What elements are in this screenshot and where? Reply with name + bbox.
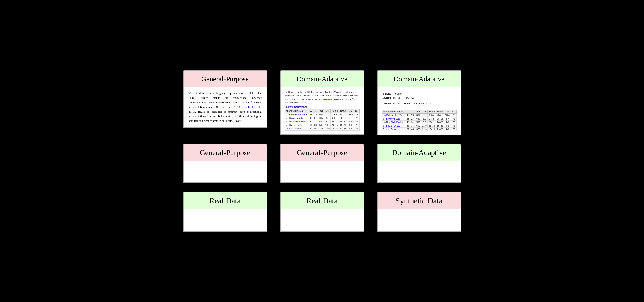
card-body-real-data-1 [183, 209, 267, 232]
road-cell: 15–21 [339, 123, 347, 127]
w-cell: 49 [309, 113, 313, 116]
table-row: x – Boston Celtics 36 36 .500 13.0 21–15… [382, 124, 456, 127]
nba-table-header-row: Atlantic Division ···· W L PCT GB Home R… [285, 109, 359, 113]
card-general-purpose-2: General-Purpose [183, 144, 267, 183]
gb-cell: 13.0 [324, 123, 331, 127]
team-cell: x – Boston Celtics [382, 124, 406, 127]
div-cell: 4–8 [444, 124, 451, 127]
pct-cell: .681 [415, 113, 421, 117]
gb-cell: 0.0 [421, 113, 428, 117]
main-grid: General-Purpose We introduce a new langu… [170, 57, 474, 245]
team-cell: c – Philadelphia 76ers [285, 113, 309, 116]
w-cell: 36 [309, 123, 313, 127]
sql-col-road: Road [436, 110, 444, 113]
road-cell: 20–16 [436, 113, 444, 117]
w-cell: 48 [309, 116, 313, 120]
gb-cell: 8.0 [421, 120, 428, 124]
road-cell: 20–16 [339, 113, 347, 116]
gp-cell: 72 [451, 113, 456, 117]
team-cell: x – Brooklyn Nets [382, 117, 406, 120]
l-cell: 31 [410, 120, 415, 124]
nba-conference-label: Eastern Conference [285, 106, 360, 108]
gb-cell: 0.0 [324, 113, 331, 116]
pct-cell: .375 [415, 127, 421, 131]
gp-cell: 72 [354, 123, 359, 127]
road-cell: 16–20 [339, 120, 347, 123]
col-l: L [313, 109, 318, 113]
sql-nba-table-wrapper: Atlantic Division ···· W L PCT GB Home R… [380, 108, 458, 132]
sql-query-text: SELECT Home WHERE Road = 20-16 ORDER BY … [380, 89, 458, 108]
gb-cell: 8.0 [324, 120, 331, 123]
nba-intro-text: On November 17, the NBA announced that t… [285, 91, 360, 104]
card-body-synthetic-data [377, 209, 461, 232]
gp-cell: 72 [451, 117, 456, 120]
gp-cell: 72 [354, 120, 359, 123]
gb-cell: 1.0 [324, 116, 331, 120]
team-cell: x – New York Knicks [382, 120, 406, 124]
div-cell: 4–8 [347, 123, 354, 127]
l-cell: 23 [313, 113, 318, 116]
sql-col-div: Div [444, 110, 451, 113]
road-cell: 16–20 [436, 120, 444, 124]
table-row: x – Brooklyn Nets 48 24 .667 1.0 28–8 20… [382, 117, 456, 120]
table-row: x – New York Knicks 41 31 .569 8.0 25–11… [382, 120, 456, 124]
div-cell: 4–8 [444, 120, 451, 124]
gb-cell: 1.0 [421, 117, 428, 120]
team-cell: x – Brooklyn Nets [285, 116, 309, 120]
home-cell: 28–8 [428, 117, 436, 120]
table-row: Toronto Raptors 27 45 .375 22.0 16–20 11… [382, 127, 456, 131]
team-cell: c – Philadelphia 76ers [382, 113, 406, 117]
sql-col-w: W [406, 110, 410, 113]
card-body-nba: On November 17, the NBA announced that t… [280, 87, 364, 134]
card-header-domain-adaptive-1: Domain-Adaptive [280, 70, 364, 87]
gp-cell: 72 [354, 116, 359, 120]
col-home: Home [331, 109, 339, 113]
table-row: Toronto Raptors 27 45 .375 22.0 16–20 11… [285, 127, 359, 130]
road-cell: 20–16 [339, 116, 347, 120]
w-cell: 36 [406, 124, 410, 127]
l-cell: 24 [410, 117, 415, 120]
l-cell: 36 [410, 124, 415, 127]
div-cell: 4–8 [347, 127, 354, 130]
l-cell: 36 [313, 123, 318, 127]
home-cell: 25–11 [331, 120, 339, 123]
pct-cell: .569 [415, 120, 421, 124]
team-cell: x – Boston Celtics [285, 123, 309, 127]
home-cell: 16–20 [331, 127, 339, 130]
card-header-real-data-2: Real Data [280, 192, 364, 209]
pct-cell: .569 [318, 120, 324, 123]
gp-cell: 72 [451, 127, 456, 131]
w-cell: 48 [406, 117, 410, 120]
sql-table-header-row: Atlantic Division ···· W L PCT GB Home R… [382, 110, 456, 113]
road-cell: 20–16 [436, 117, 444, 120]
team-cell: Toronto Raptors [382, 127, 406, 131]
div-cell: 10–2 [347, 113, 354, 116]
home-cell: 16–20 [428, 127, 436, 131]
card-body-empty-2 [280, 161, 364, 183]
card-header-domain-adaptive-3: Domain-Adaptive [377, 144, 461, 161]
div-cell: 10–2 [444, 113, 451, 117]
col-pct: PCT [318, 109, 324, 113]
col-gp: GP [354, 109, 359, 113]
road-cell: 11–25 [436, 127, 444, 131]
pct-cell: .667 [415, 117, 421, 120]
card-real-data-2: Real Data [280, 192, 364, 232]
card-body-empty-3 [377, 161, 461, 183]
gp-cell: 72 [451, 120, 456, 124]
table-row: x – New York Knicks 41 31 .569 8.0 25–11… [285, 120, 359, 123]
pct-cell: .500 [415, 124, 421, 127]
div-cell: 4–8 [347, 120, 354, 123]
pct-cell: .500 [318, 123, 324, 127]
w-cell: 41 [406, 120, 410, 124]
col-division: Atlantic Division ···· [285, 109, 309, 113]
bert-text-content: We introduce a new language representa­t… [186, 89, 264, 125]
card-body-empty-1 [183, 161, 267, 183]
team-cell: Toronto Raptors [285, 127, 309, 130]
card-header-domain-adaptive-2: Domain-Adaptive [377, 70, 461, 87]
road-cell: 11–25 [339, 127, 347, 130]
w-cell: 27 [406, 127, 410, 131]
home-cell: 29–7 [428, 113, 436, 117]
div-cell: 8–4 [347, 116, 354, 120]
div-cell: 4–8 [444, 127, 451, 131]
l-cell: 45 [313, 127, 318, 130]
